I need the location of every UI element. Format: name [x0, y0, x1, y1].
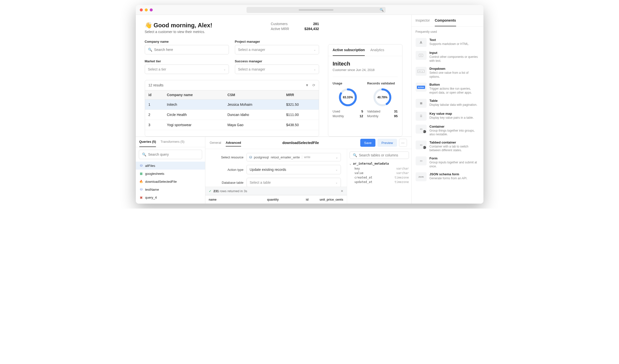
table-icon: ▦: [416, 99, 427, 108]
component-text[interactable]: A TextSupports markdown or HTML.: [416, 36, 479, 49]
fire-icon: 🔥: [139, 180, 143, 183]
customers-label: Customers: [271, 22, 293, 26]
component-input[interactable]: I InputControl other components or queri…: [416, 49, 479, 65]
usage-donut-chart: 83.33%: [338, 88, 358, 107]
window-titlebar: 🔍: [136, 5, 483, 15]
table-row[interactable]: 1 Initech Jessica Mohaim $321.50: [145, 100, 319, 110]
more-options-button[interactable]: ⋯: [399, 139, 407, 147]
page-greeting: 👋 Good morning, Alex!: [145, 22, 212, 29]
search-icon: 🔍: [142, 152, 146, 156]
query-item-testname[interactable]: ⛁testName: [136, 185, 205, 193]
component-button[interactable]: Action ButtonTrigger actions like run qu…: [416, 81, 479, 97]
close-window-button[interactable]: [140, 8, 143, 11]
component-json-schema-form[interactable]: JSON JSON schema formGenerate forms from…: [416, 170, 479, 183]
query-item-downloadselectedfile[interactable]: 🔥downloadSelectedFile: [136, 178, 205, 185]
col-mrr[interactable]: MRR: [283, 90, 319, 100]
records-title: Records validated: [367, 81, 398, 85]
component-table[interactable]: ▦ TableDisplay tabular data with paginat…: [416, 97, 479, 110]
keyvalue-icon: ☰: [416, 112, 427, 121]
filter-icon[interactable]: ▼: [305, 83, 309, 87]
project-manager-label: Project manager: [235, 40, 319, 43]
action-type-label: Action type: [211, 168, 244, 172]
search-icon: 🔍: [380, 8, 384, 12]
company-search-input[interactable]: 🔍: [145, 45, 229, 54]
dropdown-icon: — ⌄: [416, 67, 427, 76]
customer-detail-card: Active subscription Analytics Initech Cu…: [328, 44, 402, 137]
select-resource-label: Select resource: [211, 155, 244, 159]
tab-transformers[interactable]: Transformers (5): [160, 137, 184, 147]
schema-column: keyvarchar: [350, 166, 409, 171]
company-name-label: Company name: [145, 40, 229, 43]
component-dropdown[interactable]: — ⌄ DropdownSelect one value from a list…: [416, 65, 479, 81]
col-csm[interactable]: CSM: [224, 90, 283, 100]
sheets-icon: ▦: [139, 172, 143, 176]
global-search-input[interactable]: 🔍: [247, 7, 386, 13]
query-item-query4[interactable]: ▣query_4: [136, 193, 205, 201]
chevron-down-icon: ⌄: [314, 68, 316, 71]
section-frequently-used: Frequently used: [416, 30, 479, 34]
component-keyvalue[interactable]: ☰ Key value mapDisplay key value pairs i…: [416, 110, 479, 123]
success-manager-select[interactable]: Select a manager ⌄: [235, 65, 319, 74]
detail-company-name: Initech: [333, 61, 398, 67]
tab-components[interactable]: Components: [435, 15, 456, 26]
refresh-icon[interactable]: ⟳: [312, 83, 315, 87]
col-company[interactable]: Company name: [163, 90, 224, 100]
chevron-down-icon: ⌄: [223, 68, 226, 71]
query-search-input[interactable]: 🔍: [139, 150, 202, 159]
query-item-googlesheets[interactable]: ▦googlesheets: [136, 170, 205, 178]
results-count: 12 results: [148, 83, 164, 87]
market-tier-select[interactable]: Select a tier ⌄: [145, 65, 229, 74]
market-tier-label: Market tier: [145, 59, 229, 63]
database-icon: ⛁: [139, 187, 143, 191]
search-icon: 🔍: [353, 153, 357, 157]
tab-queries[interactable]: Queries (5): [139, 137, 156, 147]
tab-active-subscription[interactable]: Active subscription: [333, 44, 365, 56]
query-status-bar: ✓ 231 rows returned in 3s ✕: [205, 187, 347, 195]
query-item-allfiles[interactable]: ⛁allFiles: [136, 162, 205, 170]
maximize-window-button[interactable]: [150, 8, 153, 11]
results-columns-header: name quantity id unit_price_cents: [205, 195, 347, 204]
records-donut-chart: 40.78%: [373, 88, 392, 107]
chevron-down-icon: ⌄: [335, 181, 338, 184]
chevron-down-icon: ⌄: [335, 155, 338, 159]
component-container[interactable]: ▭+ ContainerGroup things together into g…: [416, 123, 479, 139]
check-icon: ✓: [209, 189, 212, 193]
usage-title: Usage: [333, 81, 363, 85]
chevron-down-icon: ⌄: [335, 168, 338, 171]
brick-icon: ▣: [139, 195, 143, 199]
customers-value: 281: [299, 22, 319, 26]
search-icon: 🔍: [148, 48, 152, 52]
button-icon: Action: [416, 83, 427, 92]
detail-customer-since: Customer since Jun 24, 2018: [333, 68, 398, 72]
page-subtitle: Select a customer to view their metrics.: [145, 30, 212, 34]
form-icon: ▭: [416, 156, 427, 165]
database-icon: ⛁: [139, 164, 143, 168]
preview-button[interactable]: Preview: [377, 139, 397, 147]
table-row[interactable]: 3 Yogi sportswear Maya Gao $438.50: [145, 120, 319, 130]
schema-search-input[interactable]: 🔍: [350, 151, 409, 159]
close-icon[interactable]: ✕: [341, 189, 343, 193]
minimize-window-button[interactable]: [145, 8, 148, 11]
container-icon: ▭+: [416, 125, 427, 134]
chevron-down-icon: ⌄: [314, 48, 316, 51]
tab-inspector[interactable]: Inspector: [416, 15, 430, 26]
col-id[interactable]: id: [145, 90, 164, 100]
component-form[interactable]: ▭ FormGroup inputs together and submit a…: [416, 154, 479, 170]
action-type-select[interactable]: Update existing records ⌄: [247, 165, 341, 174]
editor-tab-general[interactable]: General: [210, 139, 221, 146]
tab-analytics[interactable]: Analytics: [370, 44, 384, 56]
customers-table: id Company name CSM MRR 1 Initech Jessic…: [145, 90, 319, 130]
postgres-icon: ⛁: [249, 155, 252, 159]
database-table-select[interactable]: Select a table ⌄: [247, 178, 341, 187]
project-manager-select[interactable]: Select a manager ⌄: [235, 45, 319, 54]
schema-column: valuevarchar: [350, 171, 409, 175]
schema-column: created_attimezone: [350, 175, 409, 180]
component-tabbed-container[interactable]: ▭+ Tabbed containerContainer with a tab …: [416, 139, 479, 154]
editor-tab-advanced[interactable]: Advanced: [226, 139, 241, 146]
json-icon: JSON: [416, 172, 427, 181]
schema-table[interactable]: ar_internal_metadata: [350, 161, 409, 166]
save-button[interactable]: Save: [360, 139, 376, 147]
resource-select[interactable]: ⛁ postgresql retool_emailer_write write …: [247, 153, 341, 161]
database-table-label: Database table: [211, 181, 244, 184]
table-row[interactable]: 2 Circle Health Duncan Idaho $111.00: [145, 110, 319, 120]
